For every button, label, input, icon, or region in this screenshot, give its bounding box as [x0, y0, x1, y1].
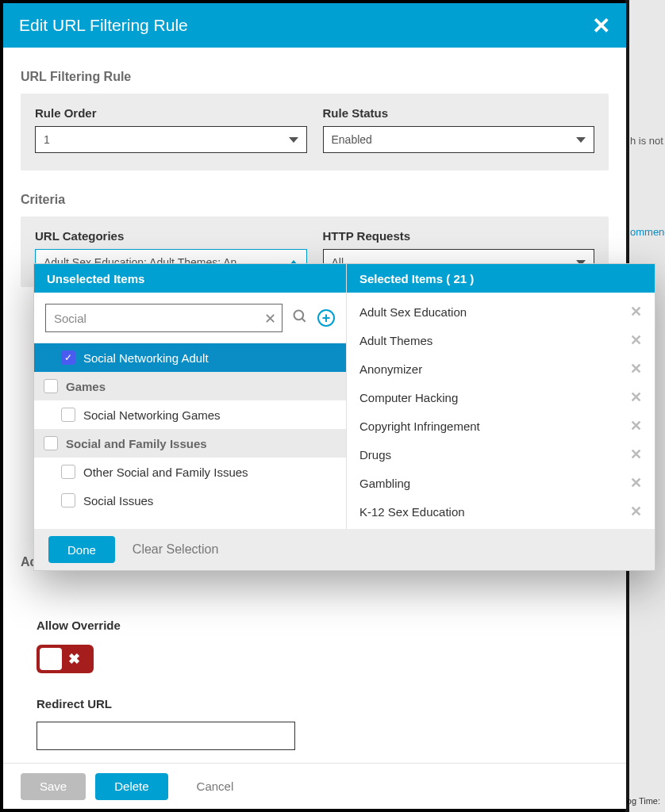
bg-link-text: ommende [630, 226, 665, 238]
checkbox[interactable] [61, 465, 75, 479]
selected-item: Adult Themes✕ [347, 326, 655, 354]
remove-item-icon[interactable]: ✕ [630, 331, 642, 349]
selected-item: K-12 Sex Education✕ [347, 497, 655, 526]
checkbox[interactable] [44, 436, 58, 450]
redirect-url-input[interactable] [37, 722, 295, 750]
checkbox[interactable] [61, 408, 75, 422]
unselected-title: Unselected Items [34, 264, 346, 293]
row-label: Social and Family Issues [66, 437, 207, 450]
row-label: Social Issues [83, 494, 153, 508]
rule-status-value: Enabled [332, 133, 577, 146]
checkbox[interactable]: ✓ [61, 350, 75, 365]
section-heading-rule: URL Filtering Rule [21, 70, 609, 84]
rule-order-select[interactable]: 1 [35, 126, 307, 153]
modal-title: Edit URL Filtering Rule [19, 16, 188, 35]
close-icon[interactable]: ✕ [592, 13, 610, 39]
selected-item: Adult Sex Education✕ [347, 297, 655, 326]
redirect-url-label: Redirect URL [37, 697, 295, 710]
section-heading-criteria: Criteria [21, 193, 609, 207]
selected-item: Drugs✕ [347, 440, 655, 469]
selected-panel: Selected Items ( 21 ) Adult Sex Educatio… [347, 264, 655, 529]
chevron-down-icon [576, 137, 586, 143]
remove-item-icon[interactable]: ✕ [630, 303, 642, 320]
row-label: Social Networking Adult [83, 351, 209, 365]
checkbox[interactable] [44, 379, 58, 393]
checkbox[interactable] [61, 493, 75, 508]
subcategory-row[interactable]: Social Issues [34, 486, 346, 515]
chevron-down-icon [289, 137, 298, 143]
unselected-list[interactable]: ✓Social Networking AdultGamesSocial Netw… [34, 339, 346, 529]
rule-status-select[interactable]: Enabled [323, 126, 595, 153]
rule-order-value: 1 [44, 133, 289, 146]
row-label: Social Networking Games [83, 408, 221, 422]
toggle-off-icon: ✖ [68, 650, 80, 668]
selected-item-label: Anonymizer [359, 362, 422, 376]
selected-list[interactable]: Adult Sex Education✕Adult Themes✕Anonymi… [347, 293, 655, 529]
row-label: Games [66, 380, 106, 393]
selected-item: Copyright Infringement✕ [347, 412, 655, 440]
bg-text: h is not vi [630, 135, 665, 147]
row-label: Other Social and Family Issues [83, 465, 248, 479]
dropdown-footer: Done Clear Selection [34, 529, 655, 570]
clear-search-icon[interactable]: ✕ [264, 310, 276, 327]
selected-item-label: Adult Sex Education [359, 305, 467, 319]
modal-footer: Save Delete Cancel [3, 763, 626, 809]
svg-point-0 [294, 310, 304, 320]
add-icon[interactable]: + [317, 309, 335, 327]
done-button[interactable]: Done [48, 536, 115, 563]
search-box: ✕ [45, 304, 283, 332]
selected-item-label: Copyright Infringement [359, 419, 480, 433]
modal-header: Edit URL Filtering Rule ✕ [3, 3, 626, 48]
clear-selection-button[interactable]: Clear Selection [133, 542, 219, 557]
cancel-button[interactable]: Cancel [178, 773, 253, 800]
save-button[interactable]: Save [21, 773, 86, 800]
remove-item-icon[interactable]: ✕ [630, 446, 642, 463]
selected-item: Anonymizer✕ [347, 354, 655, 383]
remove-item-icon[interactable]: ✕ [630, 474, 642, 492]
selected-title: Selected Items ( 21 ) [347, 264, 655, 293]
remove-item-icon[interactable]: ✕ [630, 389, 642, 406]
remove-item-icon[interactable]: ✕ [630, 417, 642, 435]
selected-item: Gambling✕ [347, 469, 655, 497]
allow-override-label: Allow Override [37, 619, 295, 632]
http-requests-label: HTTP Requests [323, 229, 595, 243]
unselected-panel: Unselected Items ✕ + ✓Social Networking … [34, 264, 347, 529]
subcategory-row[interactable]: Social Networking Games [34, 400, 346, 429]
url-categories-dropdown: Unselected Items ✕ + ✓Social Networking … [33, 263, 655, 571]
delete-button[interactable]: Delete [95, 773, 167, 800]
url-categories-label: URL Categories [35, 229, 307, 243]
rule-order-label: Rule Order [35, 106, 307, 120]
remove-item-icon[interactable]: ✕ [630, 360, 642, 377]
selected-item-label: K-12 Sex Education [359, 505, 465, 519]
bg-bottom-text: blog Time: [625, 796, 660, 806]
svg-line-1 [302, 318, 306, 321]
search-icon[interactable] [292, 308, 308, 328]
remove-item-icon[interactable]: ✕ [630, 503, 642, 520]
subcategory-row[interactable]: Other Social and Family Issues [34, 458, 346, 486]
allow-override-toggle[interactable]: ✖ [37, 645, 94, 673]
selected-item: Computer Hacking✕ [347, 383, 655, 412]
selected-item: Lingerie/Bikini✕ [347, 526, 655, 529]
selected-item-label: Gambling [359, 477, 410, 490]
rule-panel: Rule Order 1 Rule Status Enabled [21, 94, 609, 170]
category-row[interactable]: Games [34, 372, 346, 400]
selected-item-label: Computer Hacking [359, 391, 458, 404]
search-input[interactable] [45, 304, 283, 332]
selected-item-label: Adult Themes [359, 334, 432, 347]
selected-item-label: Drugs [359, 448, 391, 462]
rule-status-label: Rule Status [323, 106, 595, 120]
category-row[interactable]: Social and Family Issues [34, 429, 346, 458]
subcategory-row[interactable]: ✓Social Networking Adult [34, 343, 346, 372]
toggle-knob [40, 648, 62, 670]
